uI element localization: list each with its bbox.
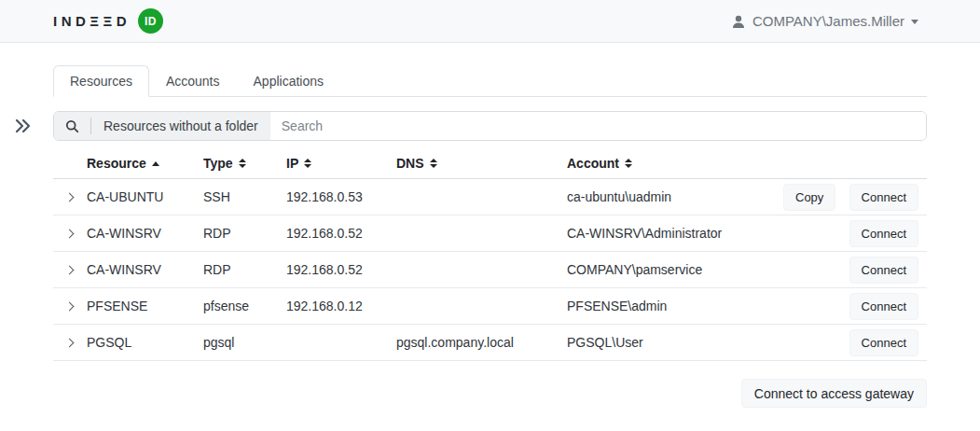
- cell-type: pfsense: [203, 299, 286, 313]
- cell-type: RDP: [203, 262, 286, 277]
- connect-button[interactable]: Connect: [849, 257, 918, 284]
- connect-cell: Connect: [826, 184, 927, 211]
- table-row: CA-UBUNTU SSH 192.168.0.53 ca-ubuntu\uad…: [53, 179, 927, 216]
- sort-both-icon: [239, 159, 246, 168]
- search-input[interactable]: [270, 112, 926, 140]
- expand-folders-panel-button[interactable]: [14, 118, 53, 133]
- expand-row-button[interactable]: [53, 194, 87, 201]
- cell-account: PGSQL\User: [567, 335, 783, 350]
- cell-resource: PFSENSE: [87, 299, 203, 313]
- double-chevron-right-icon: [14, 118, 33, 133]
- column-header-account[interactable]: Account: [567, 156, 783, 171]
- magnifier-icon: [65, 119, 79, 133]
- connect-cell: Connect: [826, 293, 927, 320]
- cell-ip: 192.168.0.53: [286, 189, 396, 204]
- resources-table: Resource Type IP DNS Account CA-UBUNTU S…: [53, 148, 927, 361]
- column-header-label: Resource: [87, 156, 146, 171]
- column-header-type[interactable]: Type: [203, 156, 286, 171]
- connect-to-access-gateway-button[interactable]: Connect to access gateway: [741, 379, 927, 408]
- sort-both-icon: [304, 159, 311, 168]
- user-menu-label: COMPANY\James.Miller: [752, 13, 904, 29]
- column-header-resource[interactable]: Resource: [87, 156, 203, 171]
- expand-row-button[interactable]: [53, 267, 87, 273]
- cell-account: COMPANY\pamservice: [567, 262, 783, 277]
- brand-logo: INDΞΞD ID: [53, 8, 163, 34]
- search-button[interactable]: [54, 119, 90, 133]
- main-tabs: Resources Accounts Applications: [53, 65, 927, 97]
- connect-button[interactable]: Connect: [849, 220, 918, 247]
- column-header-dns[interactable]: DNS: [396, 156, 567, 171]
- chevron-right-icon: [65, 301, 75, 311]
- connect-cell: Connect: [826, 220, 927, 247]
- table-header-row: Resource Type IP DNS Account: [53, 148, 927, 179]
- cell-type: pgsql: [203, 335, 286, 350]
- copy-cell: Copy: [783, 184, 826, 211]
- footer: Connect to access gateway: [53, 379, 927, 408]
- chevron-right-icon: [65, 192, 75, 202]
- cell-resource: CA-WINSRV: [87, 262, 203, 277]
- cell-ip: 192.168.0.52: [286, 226, 396, 241]
- chevron-right-icon: [65, 265, 75, 274]
- column-header-label: IP: [286, 156, 298, 171]
- user-menu[interactable]: COMPANY\James.Miller: [731, 13, 918, 29]
- connect-cell: Connect: [826, 329, 927, 356]
- table-body: CA-UBUNTU SSH 192.168.0.53 ca-ubuntu\uad…: [53, 179, 927, 361]
- cell-account: CA-WINSRV\Administrator: [567, 226, 783, 241]
- caret-down-icon: [911, 20, 918, 24]
- toolbar: Resources without a folder: [14, 111, 927, 141]
- person-icon: [731, 14, 746, 29]
- expand-row-button[interactable]: [53, 340, 87, 346]
- cell-type: SSH: [203, 189, 286, 204]
- cell-resource: PGSQL: [87, 335, 203, 350]
- search-group: Resources without a folder: [53, 111, 927, 141]
- sort-asc-icon: [152, 161, 159, 166]
- tab-accounts[interactable]: Accounts: [149, 65, 237, 97]
- connect-button[interactable]: Connect: [849, 329, 918, 356]
- expand-row-button[interactable]: [53, 230, 87, 237]
- cell-ip: 192.168.0.52: [286, 262, 396, 277]
- tab-applications[interactable]: Applications: [237, 65, 341, 97]
- table-row: CA-WINSRV RDP 192.168.0.52 CA-WINSRV\Adm…: [53, 216, 927, 252]
- brand-wordmark: INDΞΞD: [53, 13, 131, 29]
- cell-type: RDP: [203, 226, 286, 241]
- column-header-label: DNS: [396, 156, 424, 171]
- table-row: PFSENSE pfsense 192.168.0.12 PFSENSE\adm…: [53, 288, 927, 325]
- connect-button[interactable]: Connect: [849, 293, 918, 320]
- connect-cell: Connect: [826, 257, 927, 284]
- cell-resource: CA-WINSRV: [87, 226, 203, 241]
- folder-filter-chip[interactable]: Resources without a folder: [91, 118, 270, 133]
- table-row: CA-WINSRV RDP 192.168.0.52 COMPANY\pamse…: [53, 252, 927, 288]
- cell-dns: pgsql.company.local: [396, 335, 567, 350]
- sort-both-icon: [625, 159, 632, 168]
- top-bar: INDΞΞD ID COMPANY\James.Miller: [0, 0, 980, 43]
- cell-account: ca-ubuntu\uadmin: [567, 189, 783, 204]
- cell-resource: CA-UBUNTU: [87, 189, 203, 204]
- brand-id-badge: ID: [138, 8, 163, 34]
- table-row: PGSQL pgsql pgsql.company.local PGSQL\Us…: [53, 325, 927, 361]
- tab-resources[interactable]: Resources: [53, 65, 149, 97]
- expand-row-button[interactable]: [53, 303, 87, 310]
- chevron-right-icon: [65, 338, 75, 347]
- column-header-label: Type: [203, 156, 233, 171]
- chevron-right-icon: [65, 229, 75, 238]
- column-header-ip[interactable]: IP: [286, 156, 396, 171]
- cell-ip: 192.168.0.12: [286, 299, 396, 313]
- cell-account: PFSENSE\admin: [567, 299, 783, 313]
- search-left-segment: Resources without a folder: [54, 112, 270, 140]
- connect-button[interactable]: Connect: [849, 184, 918, 211]
- sort-both-icon: [430, 159, 437, 168]
- column-header-label: Account: [567, 156, 619, 171]
